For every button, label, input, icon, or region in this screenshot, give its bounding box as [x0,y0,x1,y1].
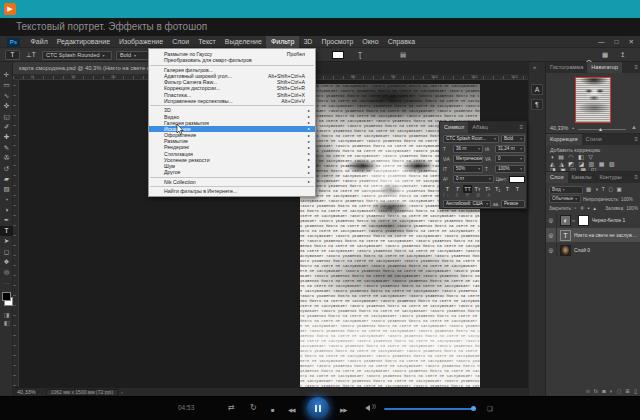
layers-filter-select[interactable]: Вид [549,186,583,194]
character-panel-icon[interactable]: A [531,84,543,95]
eraser-tool[interactable]: ▰ [0,174,13,184]
expand-panels-icon[interactable]: « [533,64,536,70]
layer-row-background[interactable]: ◎ Слой 0 [546,243,640,257]
new-adjustment-layer-icon[interactable]: ◐ [609,388,612,394]
tab-navigator[interactable]: Навигатор [587,62,622,73]
all-caps-button[interactable]: TT [463,185,472,193]
brush-tool[interactable]: ✎ [0,143,13,153]
filter-menu-item-20[interactable]: Другое▸ [149,169,315,175]
clone-stamp-tool[interactable]: ✇ [0,153,13,163]
underline-button[interactable]: T [503,185,512,193]
marquee-tool[interactable]: ▭ [0,80,13,90]
tab-character[interactable]: Символ [440,122,468,133]
superscript-button[interactable]: T¹ [483,185,492,193]
filter-menu-item-5[interactable]: Фильтр Camera Raw...Shift+Ctrl+A [149,79,315,85]
hand-tool[interactable]: ❖ [0,257,13,267]
rewind-button[interactable]: ◀◀ [288,405,294,415]
layer-name[interactable]: Никто на свете не заслуживает такого ува… [574,233,640,238]
vertical-scale-field[interactable]: 50% [453,165,483,173]
layer-row-black-white[interactable]: ◎ ◐ ∞ Черно-белое 1 [546,213,640,227]
filter-menu-item-10[interactable]: 3D▸ [149,107,315,113]
lock-transparency-icon[interactable]: ▫ [574,204,576,213]
filter-menu-item-19[interactable]: Шум▸ [149,163,315,169]
filter-menu-item-13[interactable]: Искажение▸ [149,126,315,132]
gradient-tool[interactable]: ▨ [0,184,13,194]
maximize-button[interactable]: □ [615,36,619,48]
char-font-style-select[interactable]: Bold [501,135,525,143]
opacity-value[interactable]: 100% [621,197,633,202]
repeat-icon[interactable]: ↻ [250,403,257,413]
filter-menu-item-8[interactable]: Исправление перспективы...Alt+Ctrl+V [149,98,315,104]
menubar-item-select[interactable]: Выделение [220,36,266,48]
close-button[interactable]: ✕ [629,36,634,48]
filter-menu-item-0[interactable]: Размытие по ГауссуПробел [149,51,315,57]
more-tools-icon[interactable]: … [0,278,13,286]
filter-menu-item-1[interactable]: Преобразовать для смарт-фильтров [149,57,315,63]
path-selection-tool[interactable]: ➤ [0,236,13,246]
history-brush-tool[interactable]: ↺ [0,164,13,174]
eyedropper-tool[interactable]: ✐ [0,122,13,132]
type-tool[interactable]: T [0,226,13,236]
adjustment-layer-thumbnail[interactable]: ◐ [560,215,571,226]
navigator-thumbnail[interactable] [575,77,611,123]
volume-slider-handle[interactable] [471,406,476,411]
kerning-select[interactable]: Метрические [453,155,483,163]
layer-style-icon[interactable]: fx [594,388,598,394]
menubar-item-filter[interactable]: Фильтр [266,36,299,48]
filter-pixel-layers-icon[interactable]: ▦ [586,185,591,194]
navigator-zoom-value[interactable]: 40,33% [550,125,568,131]
filter-menu-item-3[interactable]: Галерея фильтров... [149,67,315,73]
minimize-button[interactable]: — [598,36,605,48]
filter-menu-item-11[interactable]: Видео▸ [149,113,315,119]
filter-menu-item-17[interactable]: Стилизация▸ [149,151,315,157]
layer-mask-icon[interactable]: ◙ [602,388,605,394]
menubar-item-file[interactable]: Файл [26,36,52,48]
filter-shape-layers-icon[interactable]: ◻ [608,185,613,194]
filter-menu-item-18[interactable]: Усиление резкости▸ [149,157,315,163]
menubar-item-type[interactable]: Текст [194,36,221,48]
subscript-button[interactable]: T₁ [493,185,502,193]
navigator-slider-handle[interactable]: ▲ [598,126,603,132]
paragraph-panel-icon[interactable]: ¶ [531,99,543,110]
panel-menu-icon[interactable]: ≡ [634,62,640,73]
type-tool-preset[interactable]: T [5,50,20,60]
layer-group-icon[interactable]: ◻ [617,388,622,394]
filter-menu-item-24[interactable]: Найти фильтры в Интернете... [149,188,315,194]
toggle-panels-icon[interactable]: ▤ [400,48,406,62]
menubar-item-help[interactable]: Справка [383,36,419,48]
new-layer-icon[interactable]: ⊞ [625,388,630,394]
panel-menu-icon[interactable]: ≡ [634,172,640,183]
filter-adjustment-layers-icon[interactable]: ◑ [595,185,598,194]
text-orientation-icon[interactable]: ⊥T [26,48,36,62]
lasso-tool[interactable]: ∿ [0,91,13,101]
menubar-item-3d[interactable]: 3D [299,36,317,48]
tracking-select[interactable]: 0 [495,155,525,163]
filter-menu-item-22[interactable]: Nik Collection▸ [149,179,315,185]
filter-type-layers-icon[interactable]: T [602,185,605,194]
shuffle-icon[interactable]: ⇄ [228,403,235,413]
move-tool[interactable]: ✛ [0,70,13,80]
blur-tool[interactable]: ◔ [0,195,13,205]
lock-position-icon[interactable]: ▪ [588,204,590,213]
text-color-swatch[interactable] [332,51,344,59]
antialias-select[interactable]: Резкое [501,200,525,208]
color-lookup-icon[interactable]: ▦ [599,161,605,168]
text-layer-thumbnail[interactable]: T [560,230,571,241]
layer-row-text[interactable]: ◎ T Никто на свете не заслуживает такого… [546,228,640,242]
share-icon[interactable]: ↥ [620,48,625,62]
small-caps-button[interactable]: Tт [473,185,482,193]
filter-smart-objects-icon[interactable]: ▣ [616,185,621,194]
leading-select[interactable]: 31,24 пт [495,145,525,153]
font-family-select[interactable]: CTC Splash Rounded [42,51,112,60]
menubar-item-layers[interactable]: Слои [168,36,194,48]
shape-tool[interactable]: ◻ [0,247,13,257]
tab-paragraph[interactable]: Абзац [468,122,492,133]
zoom-in-icon[interactable]: ▲ [631,124,637,130]
tab-layers[interactable]: Слои [546,172,568,183]
quick-mask-icon[interactable]: ◨ [0,311,13,319]
language-select[interactable]: Английский: США [443,200,491,208]
char-font-family-select[interactable]: CTC Splash Roun... [443,135,499,143]
lock-all-icon[interactable]: ▴ [593,204,596,213]
zoom-tool[interactable]: ◎ [0,267,13,277]
fullscreen-icon[interactable]: ❏ [487,404,493,414]
